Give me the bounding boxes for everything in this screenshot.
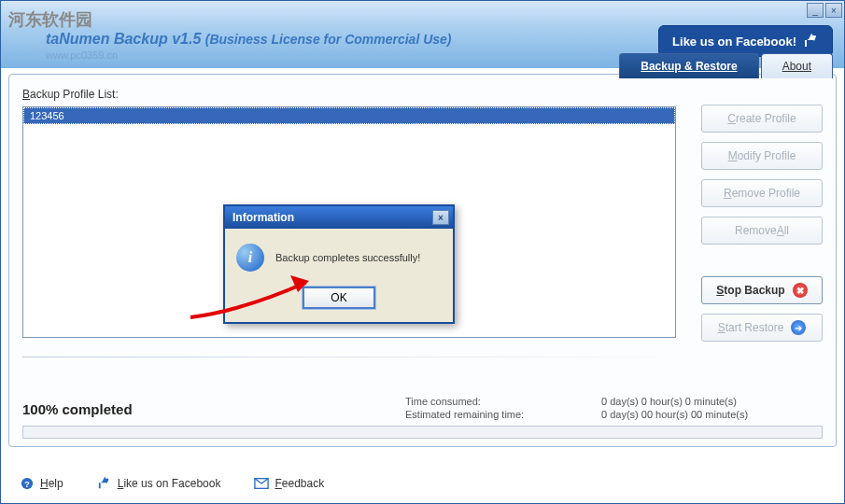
est-remaining-value: 0 day(s) 00 hour(s) 00 minute(s)	[601, 409, 823, 420]
dialog-buttons: OK	[225, 287, 453, 322]
help-link[interactable]: ? Help	[20, 477, 63, 490]
facebook-like-button[interactable]: Like us on Facebook!	[658, 25, 833, 57]
dialog-message: Backup completes successfully!	[275, 252, 420, 263]
thumbs-up-icon	[97, 477, 112, 490]
time-consumed-value: 0 day(s) 0 hour(s) 0 minute(s)	[601, 396, 823, 407]
watermark-url: www.pc0359.cn	[46, 49, 118, 61]
profile-list-label: Backup Profile List:	[22, 88, 823, 101]
thumbs-up-icon	[804, 34, 819, 49]
est-remaining-label: Estimated remaining time:	[405, 409, 601, 420]
info-icon: i	[236, 244, 264, 272]
arrow-right-icon: ➔	[791, 320, 806, 335]
spacer	[701, 254, 823, 267]
feedback-link[interactable]: Feedback	[254, 477, 324, 490]
tab-about-label: About	[782, 60, 811, 73]
start-restore-button: Start Restore➔	[701, 314, 823, 342]
svg-text:?: ?	[24, 479, 30, 489]
footer-like-link[interactable]: Like us on Facebook	[97, 477, 221, 490]
ok-button[interactable]: OK	[303, 287, 375, 309]
tab-backup-restore-label: Backup & Restore	[641, 60, 737, 73]
remove-profile-button: Remove Profile	[701, 179, 823, 207]
progress-bar	[22, 426, 823, 439]
remove-all-button: Remove All	[701, 217, 823, 245]
divider	[22, 357, 686, 357]
dialog-title-text: Information	[232, 211, 294, 224]
tab-backup-restore[interactable]: Backup & Restore	[619, 53, 758, 78]
create-profile-button: Create Profile	[701, 105, 823, 133]
progress-percent-label: 100% completed	[22, 401, 405, 417]
app-title: taNumen Backup v1.5 (Business License fo…	[46, 31, 452, 48]
title-sub: (Business License for Commercial Use)	[205, 32, 452, 47]
tab-bar: Backup & Restore About	[619, 53, 833, 78]
title-version: v1.5	[172, 31, 201, 47]
help-icon: ?	[20, 477, 35, 490]
dialog-body: i Backup completes successfully!	[225, 229, 453, 287]
side-buttons: Create Profile Modify Profile Remove Pro…	[701, 105, 823, 342]
dialog-titlebar: Information ×	[225, 206, 453, 229]
profile-list-label-text: ackup Profile List:	[30, 88, 119, 101]
watermark-text: 河东软件园	[8, 8, 92, 31]
time-consumed-label: Time consumed:	[405, 396, 601, 407]
close-window-button[interactable]: ×	[825, 3, 842, 18]
progress-area: 100% completed Time consumed: 0 day(s) 0…	[22, 396, 823, 439]
list-item[interactable]: 123456	[23, 107, 675, 124]
info-dialog: Information × i Backup completes success…	[223, 204, 455, 324]
modify-profile-button: Modify Profile	[701, 142, 823, 170]
minimize-button[interactable]: _	[807, 3, 824, 18]
tab-about[interactable]: About	[761, 53, 833, 78]
stop-backup-button[interactable]: Stop Backup✖	[701, 276, 823, 304]
dialog-close-button[interactable]: ×	[432, 210, 449, 225]
title-main: taNumen Backup	[46, 31, 168, 47]
app-window: 河东软件园 www.pc0359.cn _ × taNumen Backup v…	[0, 0, 845, 504]
stop-icon: ✖	[793, 283, 808, 298]
footer: ? Help Like us on Facebook Feedback	[20, 477, 825, 490]
mail-icon	[254, 477, 269, 490]
facebook-like-label: Like us on Facebook!	[672, 35, 796, 49]
window-controls: _ ×	[807, 3, 842, 18]
